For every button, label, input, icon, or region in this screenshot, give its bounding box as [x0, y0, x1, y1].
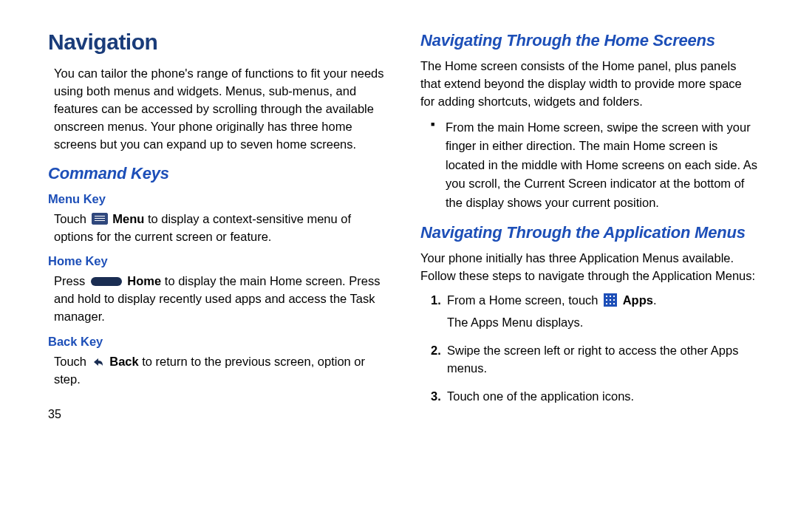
document-page: Navigation You can tailor the phone's ra… [0, 0, 798, 436]
step-1: From a Home screen, touch Apps. The Apps… [431, 292, 757, 332]
heading-home-key: Home Key [48, 254, 385, 268]
home-screens-paragraph: The Home screen consists of the Home pan… [420, 58, 757, 111]
apps-icon [604, 293, 617, 307]
text: Touch [54, 212, 90, 225]
home-key-paragraph: Press Home to display the main Home scre… [54, 273, 385, 326]
text: Press [54, 274, 89, 287]
heading-application-menus: Navigating Through the Application Menus [420, 223, 757, 242]
menu-key-label: Menu [112, 212, 144, 225]
back-icon [92, 356, 105, 368]
heading-command-keys: Command Keys [48, 164, 385, 183]
apps-label: Apps [623, 293, 653, 307]
left-column: Navigation You can tailor the phone's ra… [48, 30, 385, 421]
right-column: Navigating Through the Home Screens The … [420, 30, 757, 421]
back-key-paragraph: Touch Back to return to the previous scr… [54, 353, 385, 389]
back-key-label: Back [109, 355, 138, 368]
home-icon [91, 277, 122, 286]
menu-icon [92, 213, 108, 225]
heading-navigation: Navigation [48, 30, 385, 55]
text: Touch [54, 355, 90, 368]
text: From a Home screen, touch [447, 293, 601, 307]
heading-home-screens: Navigating Through the Home Screens [420, 31, 757, 50]
heading-menu-key: Menu Key [48, 192, 385, 206]
menu-key-paragraph: Touch Menu to display a context-sensitiv… [54, 211, 385, 246]
steps-list: From a Home screen, touch Apps. The Apps… [420, 292, 757, 406]
page-number: 35 [48, 408, 385, 421]
intro-paragraph: You can tailor the phone's range of func… [54, 65, 385, 154]
heading-back-key: Back Key [48, 335, 385, 349]
home-screens-bullet: From the main Home screen, swipe the scr… [431, 118, 757, 213]
step-2: Swipe the screen left or right to access… [431, 342, 757, 378]
step-3: Touch one of the application icons. [431, 388, 757, 406]
home-key-label: Home [127, 274, 161, 287]
application-menus-paragraph: Your phone initially has three Applicati… [420, 250, 757, 285]
step-1-sub: The Apps Menu displays. [447, 314, 757, 332]
text: . [653, 293, 657, 307]
